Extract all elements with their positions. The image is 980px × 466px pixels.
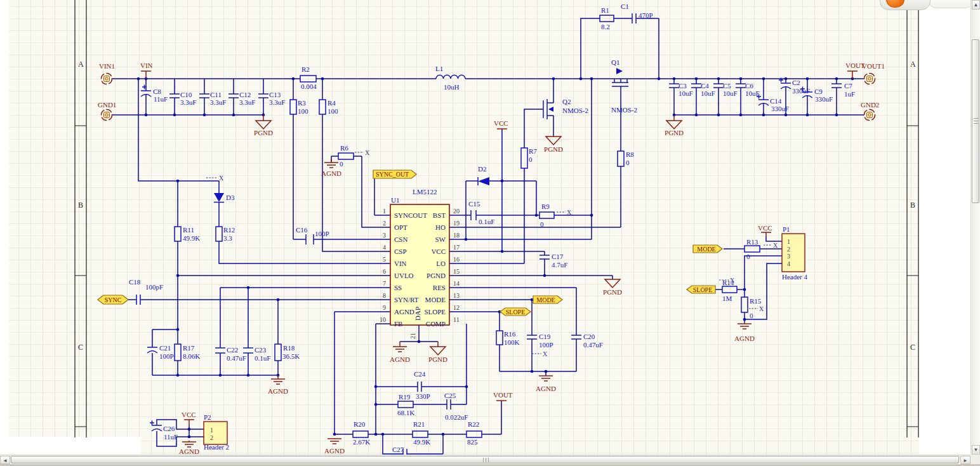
component-r8 <box>618 151 624 166</box>
svg-text:0.47uF: 0.47uF <box>227 354 246 362</box>
svg-text:Q2: Q2 <box>562 98 571 105</box>
svg-text:RES: RES <box>433 284 446 291</box>
svg-text:3.3: 3.3 <box>223 234 232 242</box>
svg-text:C10: C10 <box>180 91 192 98</box>
svg-text:1uF: 1uF <box>844 90 855 98</box>
svg-text:9: 9 <box>383 304 386 311</box>
component-q1[interactable] <box>612 68 628 86</box>
svg-text:HO: HO <box>435 223 446 231</box>
component-r19 <box>398 401 413 408</box>
scroll-left-button[interactable]: ◄ <box>0 456 10 464</box>
svg-text:C19: C19 <box>539 333 551 340</box>
component-r15 <box>741 297 748 312</box>
svg-text:LO: LO <box>436 260 446 267</box>
x-icon: X <box>773 242 778 249</box>
svg-text:C4: C4 <box>701 82 709 90</box>
component-p2[interactable]: 1 2 P2 Header 2 <box>204 413 229 451</box>
svg-text:C8: C8 <box>153 88 161 95</box>
svg-text:100K: 100K <box>504 338 520 346</box>
svg-text:C13: C13 <box>269 91 281 98</box>
svg-text:L1: L1 <box>435 65 443 72</box>
svg-text:R9: R9 <box>541 203 550 210</box>
svg-text:10uH: 10uH <box>444 83 460 91</box>
agnd-c19 <box>539 375 553 381</box>
svg-text:1: 1 <box>787 238 790 245</box>
svg-text:AGND: AGND <box>734 335 755 342</box>
component-c16 <box>306 234 314 244</box>
svg-text:C20: C20 <box>583 333 595 340</box>
thumb-grip <box>974 118 978 124</box>
component-d3[interactable] <box>214 193 224 203</box>
svg-text:D3: D3 <box>226 194 235 201</box>
svg-text:C6: C6 <box>745 82 753 90</box>
svg-text:SYN/RT: SYN/RT <box>394 296 419 303</box>
vertical-scroll-thumb[interactable] <box>972 39 979 203</box>
scroll-right-button[interactable]: ► <box>960 456 970 464</box>
component-c11 <box>199 94 209 98</box>
scroll-up-button[interactable]: ▲ <box>972 0 980 10</box>
svg-text:R3: R3 <box>298 99 306 107</box>
svg-text:100pF: 100pF <box>145 283 163 291</box>
component-r17 <box>175 344 181 361</box>
component-c7 <box>831 84 842 88</box>
pgnd-input <box>256 115 271 129</box>
svg-text:68.1K: 68.1K <box>397 409 414 416</box>
svg-text:R8: R8 <box>626 150 634 158</box>
component-c15 <box>471 210 476 220</box>
svg-text:11uF: 11uF <box>154 95 168 103</box>
svg-text:UVLO: UVLO <box>394 272 414 279</box>
svg-text:AGND: AGND <box>179 448 199 455</box>
port-vout1 <box>864 74 875 84</box>
component-l1[interactable] <box>436 75 465 79</box>
svg-text:SYNC: SYNC <box>105 296 122 303</box>
port-label: GND2 <box>861 101 879 109</box>
vertical-scrollbar[interactable]: ▲ ▼ <box>970 0 980 455</box>
svg-text:1: 1 <box>383 208 386 215</box>
svg-text:6: 6 <box>383 268 386 275</box>
svg-text:11: 11 <box>453 316 460 323</box>
scrollbar-corner <box>970 455 980 464</box>
component-r14 <box>722 286 737 293</box>
svg-text:FB: FB <box>394 320 402 328</box>
agnd-dap <box>393 342 407 352</box>
component-d2[interactable] <box>478 177 489 185</box>
component-r3 <box>290 100 296 114</box>
component-c5 <box>713 84 724 88</box>
svg-text:2: 2 <box>210 434 213 441</box>
x-icon: X <box>219 175 224 182</box>
horizontal-scroll-thumb[interactable] <box>11 456 959 463</box>
svg-text:MODE: MODE <box>425 296 446 303</box>
svg-text:SW: SW <box>435 236 446 243</box>
svg-text:49.9K: 49.9K <box>183 234 200 242</box>
component-u1[interactable]: LM5122 U1 SYNCOUT1 OPT2 CSN3 CSP4 VIN5 U… <box>380 188 460 339</box>
svg-text:21: 21 <box>409 333 416 339</box>
svg-text:7: 7 <box>383 280 386 287</box>
capacitors[interactable] <box>136 13 842 455</box>
scroll-down-button[interactable]: ▼ <box>972 445 980 455</box>
component-q2[interactable] <box>543 99 553 119</box>
net-label: VCC <box>758 224 772 232</box>
net-label: VIN <box>140 62 153 69</box>
svg-text:CSP: CSP <box>394 248 407 255</box>
pgnd-q2 <box>546 136 561 145</box>
zone-b-right: B <box>910 201 915 210</box>
schematic-canvas[interactable]: A B C A B C <box>0 0 980 455</box>
svg-text:0.1uF: 0.1uF <box>255 354 270 362</box>
svg-text:AGND: AGND <box>390 356 410 363</box>
component-r9 <box>540 212 554 218</box>
port-vin1 <box>102 74 112 84</box>
svg-text:C22: C22 <box>227 346 238 354</box>
schematic-editor-window: A B C A B C <box>0 0 980 466</box>
svg-text:C2: C2 <box>792 79 800 86</box>
horizontal-scrollbar[interactable]: ◄ ► <box>0 455 970 464</box>
component-p1[interactable]: 1 2 3 4 P1 Header 4 <box>782 225 808 281</box>
svg-text:D2: D2 <box>478 165 486 173</box>
zone-b-left: B <box>78 201 83 210</box>
svg-text:C1: C1 <box>621 3 629 10</box>
svg-text:0.47uF: 0.47uF <box>583 341 603 349</box>
svg-text:11uF: 11uF <box>164 433 178 441</box>
svg-text:4: 4 <box>787 260 790 267</box>
svg-text:0: 0 <box>340 160 343 168</box>
component-r11 <box>175 227 181 241</box>
svg-text:C18: C18 <box>129 278 141 286</box>
